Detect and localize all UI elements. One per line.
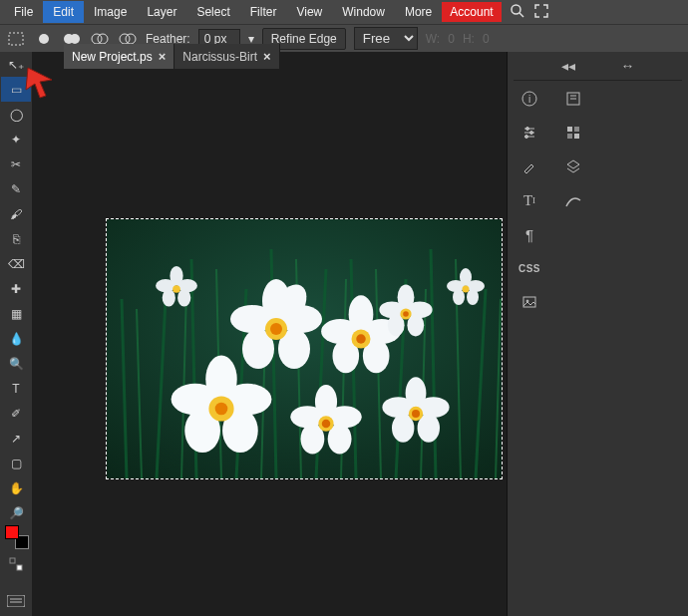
menu-layer[interactable]: Layer — [137, 1, 186, 23]
svg-point-99 — [526, 128, 529, 131]
svg-point-57 — [403, 311, 409, 317]
svg-point-6 — [92, 34, 102, 44]
menu-file[interactable]: File — [4, 1, 43, 23]
search-icon[interactable] — [510, 3, 525, 22]
history-icon[interactable] — [563, 89, 583, 109]
canvas-image — [107, 219, 502, 478]
close-icon[interactable]: × — [159, 49, 167, 64]
height-label: H: — [463, 32, 475, 46]
menu-window[interactable]: Window — [332, 1, 395, 23]
keyboard-icon[interactable] — [1, 588, 31, 613]
eyedropper-tool[interactable]: ✐ — [1, 401, 31, 426]
tutorial-arrow-icon — [24, 66, 58, 103]
svg-point-84 — [172, 285, 180, 293]
magic-wand-tool[interactable]: ✦ — [1, 127, 31, 152]
svg-point-71 — [322, 420, 331, 429]
height-value: 0 — [483, 32, 490, 46]
svg-point-8 — [120, 34, 130, 44]
pencil-tool[interactable]: ✎ — [1, 176, 31, 201]
path-tool[interactable]: ↗ — [1, 426, 31, 451]
document-tabs: New Project.ps × Narcissus-Birt × — [64, 44, 280, 69]
hand-tool[interactable]: ✋ — [1, 475, 31, 500]
selection-icon[interactable] — [6, 29, 26, 49]
zoom-tool[interactable]: 🔎 — [1, 500, 31, 525]
adjustments-icon[interactable] — [519, 123, 539, 143]
svg-point-87 — [467, 289, 479, 305]
menu-more[interactable]: More — [395, 1, 442, 23]
top-menubar: File Edit Image Layer Select Filter View… — [0, 0, 688, 24]
canvas-area[interactable]: New Project.ps × Narcissus-Birt × — [32, 52, 507, 616]
swatches-icon[interactable] — [563, 123, 583, 143]
css-label[interactable]: CSS — [519, 258, 539, 278]
svg-line-1 — [519, 13, 523, 17]
svg-point-78 — [412, 410, 420, 418]
close-icon[interactable]: × — [263, 49, 271, 64]
blur-tool[interactable]: 💧 — [1, 326, 31, 351]
svg-point-64 — [215, 403, 228, 416]
svg-rect-102 — [567, 127, 572, 132]
swap-colors-icon[interactable] — [1, 551, 31, 576]
menu-account[interactable]: Account — [442, 2, 501, 22]
svg-text:i: i — [528, 94, 530, 105]
svg-point-0 — [512, 5, 520, 14]
tab-narcissus[interactable]: Narcissus-Birt × — [174, 44, 279, 69]
color-swatches[interactable] — [1, 525, 31, 551]
document-canvas[interactable] — [107, 219, 502, 478]
selection-mode-new-icon[interactable] — [34, 29, 54, 49]
svg-point-43 — [270, 323, 282, 335]
right-panel: ◂◂ ↔ i TI ¶ CSS — [507, 52, 688, 616]
svg-point-83 — [156, 279, 175, 292]
menu-view[interactable]: View — [286, 1, 332, 23]
width-value: 0 — [448, 32, 455, 46]
paths-icon[interactable] — [563, 190, 583, 210]
svg-point-9 — [126, 34, 136, 44]
svg-rect-10 — [10, 558, 15, 563]
tab-new-project[interactable]: New Project.ps × — [64, 44, 174, 69]
tab-label: New Project.ps — [72, 50, 153, 64]
character-icon[interactable]: TI — [519, 190, 539, 210]
menu-edit[interactable]: Edit — [43, 1, 84, 23]
svg-point-81 — [177, 289, 190, 307]
svg-rect-2 — [9, 33, 23, 45]
panel-tab-collapse-left-icon[interactable]: ◂◂ — [558, 56, 578, 76]
menu-image[interactable]: Image — [84, 1, 137, 23]
svg-rect-105 — [574, 134, 579, 139]
layers-icon[interactable] — [563, 156, 583, 176]
fullscreen-icon[interactable] — [533, 3, 549, 22]
svg-rect-12 — [7, 595, 25, 607]
svg-point-89 — [447, 280, 465, 292]
tab-label: Narcissus-Birt — [182, 50, 257, 64]
svg-point-90 — [463, 286, 470, 293]
svg-point-7 — [98, 34, 108, 44]
eraser-tool[interactable]: ⌫ — [1, 251, 31, 276]
menu-select[interactable]: Select — [186, 1, 239, 23]
menu-filter[interactable]: Filter — [240, 1, 287, 23]
foreground-color-swatch[interactable] — [5, 525, 19, 539]
svg-rect-103 — [574, 127, 579, 132]
svg-point-100 — [530, 132, 533, 135]
brush-panel-icon[interactable] — [519, 156, 539, 176]
svg-rect-11 — [17, 565, 22, 570]
info-icon[interactable]: i — [519, 89, 539, 109]
lasso-tool[interactable]: ◯ — [1, 102, 31, 127]
crop-tool[interactable]: ✂ — [1, 152, 31, 176]
svg-point-50 — [356, 334, 366, 344]
image-panel-icon[interactable] — [519, 292, 539, 312]
svg-point-101 — [525, 136, 528, 139]
tools-panel: ↖₊▭◯✦✂✎🖌⎘⌫✚▦💧🔍T✐↗▢✋🔎 — [0, 52, 32, 616]
clone-tool[interactable]: ⎘ — [1, 226, 31, 251]
svg-point-3 — [39, 34, 49, 44]
gradient-tool[interactable]: ▦ — [1, 301, 31, 326]
width-label: W: — [426, 32, 440, 46]
mode-select[interactable]: Free — [354, 27, 418, 50]
svg-rect-104 — [567, 134, 572, 139]
rectangle-tool[interactable]: ▢ — [1, 451, 31, 475]
type-tool[interactable]: T — [1, 376, 31, 401]
brush-tool[interactable]: 🖌 — [1, 201, 31, 226]
healing-tool[interactable]: ✚ — [1, 276, 31, 301]
paragraph-icon[interactable]: ¶ — [519, 224, 539, 244]
panel-tab-expand-icon[interactable]: ↔ — [618, 56, 638, 76]
dodge-tool[interactable]: 🔍 — [1, 351, 31, 376]
svg-point-5 — [70, 34, 80, 44]
